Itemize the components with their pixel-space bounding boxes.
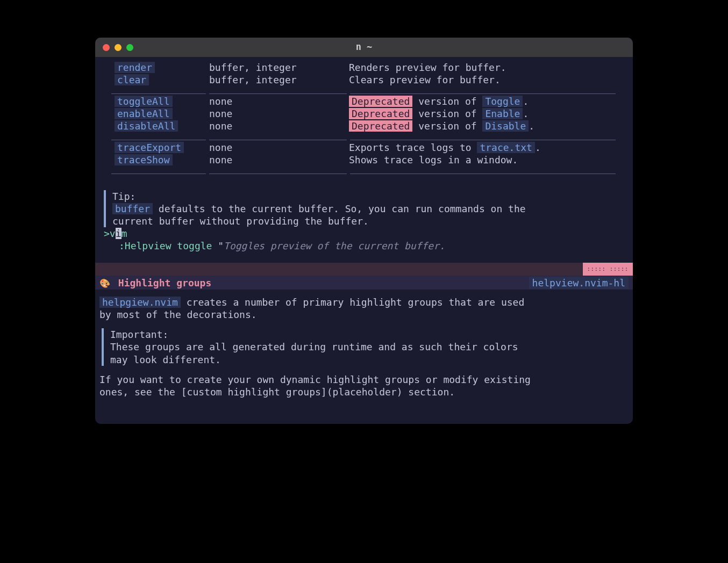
section-title: Highlight groups [118, 277, 211, 288]
command-args: none [209, 107, 349, 120]
command-name: toggleAll [115, 96, 173, 107]
command-name: traceExport [115, 142, 184, 153]
minimize-icon[interactable] [115, 44, 122, 51]
close-icon[interactable] [103, 44, 110, 51]
body-text: helpgiew.nvim creates a number of primar… [95, 290, 633, 423]
command-args: buffer, integer [209, 74, 349, 86]
cursor: i [116, 228, 122, 239]
section-header: 🎨 Highlight groups helpview.nvim-hl [95, 276, 633, 290]
terminal-window: n ~ render buffer, integer Renders previ… [95, 38, 633, 424]
table-row: toggleAll none Deprecated version of Tog… [95, 95, 633, 107]
maximize-icon[interactable] [126, 44, 133, 51]
link[interactable]: Enable [482, 108, 523, 119]
table-row: traceShow none Shows trace logs in a win… [95, 154, 633, 166]
command-args: none [209, 154, 349, 166]
command-desc: Exports trace logs to trace.txt. [349, 141, 626, 154]
command-desc: Clears preview for buffer. [349, 74, 626, 86]
code-inline: helpgiew.nvim [99, 297, 181, 308]
table-row: clear buffer, integer Clears preview for… [95, 74, 633, 86]
terminal-content[interactable]: render buffer, integer Renders preview f… [95, 57, 633, 424]
table-row: render buffer, integer Renders preview f… [95, 61, 633, 74]
table-divider [95, 166, 633, 175]
deprecated-badge: Deprecated [349, 108, 412, 119]
link[interactable]: Toggle [482, 96, 523, 107]
link[interactable]: Disable [482, 120, 529, 132]
window-title: n ~ [356, 41, 373, 53]
link[interactable]: trace.txt [477, 142, 535, 153]
command-desc: Deprecated version of Toggle. [349, 95, 626, 107]
table-row: disableAll none Deprecated version of Di… [95, 120, 633, 132]
command-name: traceShow [115, 154, 173, 165]
deprecated-badge: Deprecated [349, 120, 412, 132]
command-table: render buffer, integer Renders preview f… [95, 57, 633, 175]
table-divider [95, 132, 633, 141]
important-block: Important: These groups are all generate… [102, 328, 626, 365]
vim-prompt: >vim [104, 227, 626, 240]
command-desc: Deprecated version of Disable. [349, 120, 626, 132]
deprecated-badge: Deprecated [349, 96, 412, 107]
important-label: Important: [110, 328, 626, 341]
command-name: enableAll [115, 108, 173, 119]
palette-icon: 🎨 [99, 278, 110, 288]
command-name: clear [115, 74, 149, 85]
tip-quote: Tip: buffer defaults to the current buff… [104, 190, 626, 227]
section-bar: ::::: ::::: [95, 263, 633, 276]
command-args: buffer, integer [209, 61, 349, 74]
command-desc: Deprecated version of Enable. [349, 107, 626, 120]
tip-block: Tip: buffer defaults to the current buff… [95, 190, 633, 252]
command-name: render [115, 62, 155, 73]
table-row: enableAll none Deprecated version of Ena… [95, 107, 633, 120]
example-command: :Helpview toggle "Toggles preview of the… [119, 240, 626, 252]
command-args: none [209, 141, 349, 154]
code-inline: buffer [112, 203, 153, 214]
command-desc: Renders preview for buffer. [349, 61, 626, 74]
command-name: disableAll [115, 120, 178, 132]
section-indicator: ::::: ::::: [583, 263, 633, 276]
command-args: none [209, 120, 349, 132]
tip-label: Tip: [112, 191, 135, 202]
table-divider [95, 86, 633, 95]
titlebar: n ~ [95, 38, 633, 57]
table-row: traceExport none Exports trace logs to t… [95, 141, 633, 154]
section-tag: helpview.nvim-hl [529, 277, 629, 289]
command-desc: Shows trace logs in a window. [349, 154, 626, 166]
command-args: none [209, 95, 349, 107]
traffic-lights [103, 44, 133, 51]
